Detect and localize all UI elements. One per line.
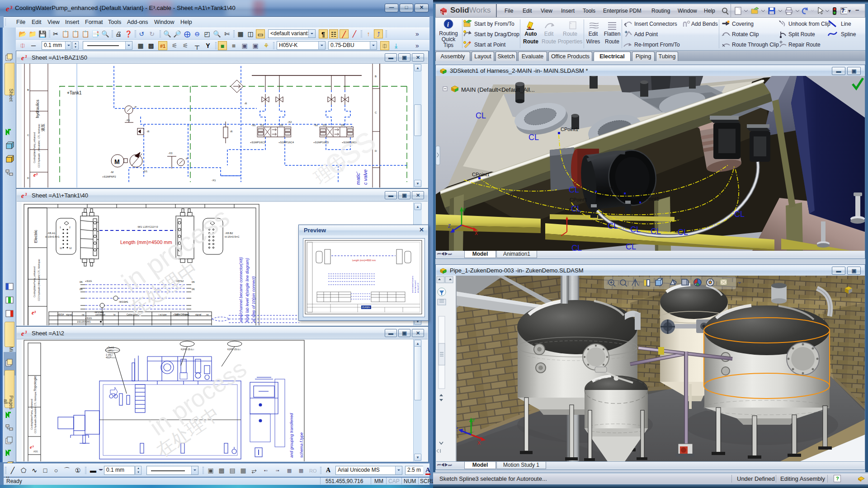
svg-text:06: 06 <box>192 288 195 291</box>
svg-text:wire: wire <box>184 313 189 316</box>
svg-text:from lab level 4: from lab level 4 <box>414 280 416 293</box>
svg-text:to: to <box>113 313 115 316</box>
svg-text:-P: -P <box>134 106 137 108</box>
svg-text:matic': matic' <box>355 172 361 185</box>
svg-text:schema f.type: schema f.type <box>299 432 304 458</box>
svg-text:CL: CL <box>630 225 641 234</box>
svg-text:K2HP-15□L□: K2HP-15□L□ <box>227 348 241 351</box>
svg-text:-AP1□: -AP1□ <box>108 349 114 352</box>
svg-text:Length (mm)=4500 mm: Length (mm)=4500 mm <box>352 259 376 262</box>
svg-text:CCS hydraulik (Mitsubishi) CTL: CCS hydraulik (Mitsubishi) CTL Workspac <box>34 391 37 433</box>
svg-text:t st type: t st type <box>159 313 167 316</box>
svg-text:Z: Z <box>448 224 451 229</box>
svg-text:S: S <box>440 10 443 14</box>
svg-text:+Tank1: +Tank1 <box>107 346 114 349</box>
svg-text:1: 1 <box>60 226 61 229</box>
svg-text:CPoint1: CPoint1 <box>597 185 614 191</box>
svg-text:Y: Y <box>463 207 466 212</box>
svg-text:Electric: Electric <box>33 230 38 243</box>
svg-text:+S1MP16C3: +S1MP16C3 <box>250 141 266 144</box>
svg-text:CoolingWaterPump_enhanced: CoolingWaterPump_enhanced <box>33 267 36 297</box>
svg-text:CPoint1: CPoint1 <box>561 127 578 132</box>
svg-text:CL: CL <box>626 242 636 251</box>
svg-text:i: i <box>447 21 449 28</box>
svg-text:06: 06 <box>80 281 83 283</box>
svg-text:connector: connector <box>95 313 105 316</box>
svg-text:CL: CL <box>608 221 618 230</box>
svg-text:CPoint1: CPoint1 <box>570 197 587 202</box>
svg-text:at step of 10: at step of 10 <box>417 282 419 293</box>
svg-text:-X3: -X3 <box>168 152 173 155</box>
svg-text:B: B <box>27 89 29 91</box>
svg-text:e³: e³ <box>32 310 36 316</box>
svg-text:CPoint1: CPoint1 <box>642 196 659 202</box>
svg-text:C: C <box>375 111 377 114</box>
svg-text:e³: e³ <box>33 172 38 178</box>
svg-text:no: no <box>206 313 209 316</box>
svg-text:e³: e³ <box>30 444 34 450</box>
svg-text:3: 3 <box>24 54 27 59</box>
svg-text:CL: CL <box>734 210 745 219</box>
svg-text:O3: O3 <box>323 124 327 127</box>
svg-text:-S1: -S1 <box>251 124 256 127</box>
svg-text:-S2: -S2 <box>314 124 318 127</box>
svg-text:O2: O2 <box>279 124 283 127</box>
svg-text:e: e <box>21 330 24 337</box>
svg-text:-X8.A1: -X8.A1 <box>47 232 56 235</box>
svg-text:-R: -R <box>230 130 233 133</box>
svg-text:06: 06 <box>80 288 83 291</box>
svg-text:hydraulics: hydraulics <box>35 99 40 118</box>
svg-text:Y: Y <box>472 418 476 423</box>
svg-text:Topologie: Topologie <box>33 375 37 391</box>
svg-text:-G1: -G1 <box>143 170 148 173</box>
svg-text:2: 2 <box>69 226 71 229</box>
svg-text:-X2: -X2 <box>288 121 292 123</box>
svg-text:wire/channel became connector(: wire/channel became connector(X8) <box>239 257 243 322</box>
svg-text:+Tank1: +Tank1 <box>67 90 82 95</box>
svg-text:A3G: A3G <box>33 450 38 453</box>
svg-text:from lab level 4(single line d: from lab level 4(single line diagram) <box>245 258 250 322</box>
svg-text:3: 3 <box>9 5 13 10</box>
svg-text:+S1MP16C4: +S1MP16C4 <box>278 141 294 144</box>
svg-text:e: e <box>21 55 24 61</box>
svg-text:L15YC11Y-0: L15YC11Y-0 <box>143 225 158 228</box>
svg-text:CL: CL <box>571 244 582 251</box>
svg-text:W: W <box>443 11 447 15</box>
svg-text:3: 3 <box>24 330 27 334</box>
svg-text:-P: -P <box>185 157 188 160</box>
svg-text:MAIN (Default<Default_All...: MAIN (Default<Default_All... <box>461 86 535 93</box>
svg-text:CoolingWaterPump_enhanced: CoolingWaterPump_enhanced <box>30 399 33 430</box>
svg-text:-R: -R <box>146 130 150 133</box>
svg-text:液压: 液压 <box>41 123 45 131</box>
svg-text:CL: CL <box>569 185 579 194</box>
svg-text:CL: CL <box>476 111 486 120</box>
svg-text:+S1G: +S1G <box>85 280 92 282</box>
svg-text:+S1MP6P2: +S1MP6P2 <box>102 175 116 178</box>
svg-text:CL: CL <box>678 228 688 237</box>
svg-text:e: e <box>21 192 24 199</box>
svg-text:O1: O1 <box>260 124 264 127</box>
svg-text:c valve: c valve <box>363 169 368 185</box>
svg-text:e: e <box>6 5 9 13</box>
svg-text:CL: CL <box>571 204 581 213</box>
svg-text:D: D <box>27 177 29 179</box>
svg-text:X: X <box>475 231 478 236</box>
svg-text:wire/channel became: wire/channel became <box>411 275 414 293</box>
svg-text:CCS hydraulik (Mitsubishi) CTL: CCS hydraulik (Mitsubishi) CTL Workspac <box>38 258 40 301</box>
svg-text:CL: CL <box>651 227 661 236</box>
svg-text:H-15×0.5×C: H-15×0.5×C <box>225 235 240 238</box>
svg-text:K2HP-15□L□: K2HP-15□L□ <box>181 348 194 351</box>
svg-text:O4: O4 <box>341 124 345 127</box>
svg-text:-X8/S4: -X8/S4 <box>57 313 64 316</box>
svg-text:-X1: -X1 <box>126 119 130 122</box>
svg-text:C: C <box>27 134 29 136</box>
svg-text:+S1G: +S1G <box>173 313 179 316</box>
svg-text:4S1P□□□: 4S1P□□□ <box>106 356 115 359</box>
svg-text:signal: signal <box>195 313 201 316</box>
svg-text:-M: -M <box>110 171 113 174</box>
svg-text:no: no <box>82 313 85 316</box>
svg-text:-R: -R <box>244 102 247 105</box>
svg-text:11: 11 <box>60 247 62 249</box>
svg-text:at step of 10(pin connect): at step of 10(pin connect) <box>251 276 256 322</box>
svg-text:B: B <box>375 75 377 78</box>
